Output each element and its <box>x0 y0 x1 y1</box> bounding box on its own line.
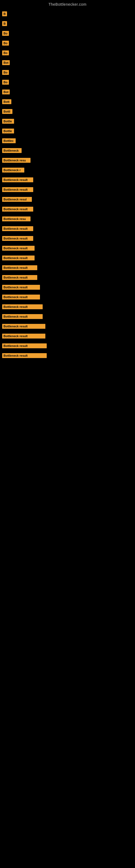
bottleneck-label: Bottleneck result <box>2 246 35 251</box>
site-title: TheBottlenecker.com <box>0 0 135 8</box>
list-item: Bottleneck result <box>2 313 133 320</box>
bottleneck-label: B <box>2 21 7 26</box>
bottleneck-label: Bottle <box>2 119 14 124</box>
bottleneck-label: Bottleneck result <box>2 285 40 290</box>
list-item: Bottleneck result <box>2 284 133 291</box>
list-item: Bottleneck <box>2 147 133 154</box>
list-item: Bottleneck result <box>2 342 133 349</box>
bottleneck-label: Bot <box>2 90 10 94</box>
bottleneck-label: Bottleneck result <box>2 314 43 319</box>
bottleneck-label: B <box>2 11 7 16</box>
list-item: Bottleneck result <box>2 245 133 252</box>
list-item: Bottleneck resu <box>2 215 133 222</box>
bottleneck-label: Bo <box>2 41 9 45</box>
list-item: Bottle <box>2 127 133 134</box>
bottleneck-label: Bottleneck result <box>2 236 33 241</box>
list-item: Bottleneck result <box>2 274 133 281</box>
bottleneck-label: Bot <box>2 60 10 65</box>
list-item: Bottleneck result <box>2 186 133 193</box>
bottleneck-label: Bottleneck resul <box>2 197 32 202</box>
list-item: Bottleneck result <box>2 176 133 183</box>
list-item: Bottleneck result <box>2 264 133 271</box>
bottleneck-label: Bottleneck result <box>2 294 40 300</box>
bottleneck-label: Bottl <box>2 109 12 114</box>
bottleneck-label: Bo <box>2 31 9 36</box>
bottleneck-label: Bottleneck resu <box>2 158 31 163</box>
list-item: Bottleneck result <box>2 225 133 232</box>
bottleneck-label: Bottleneck result <box>2 304 43 309</box>
bottleneck-label: Bottleneck result <box>2 255 35 260</box>
list-item: Bottleneck resul <box>2 196 133 203</box>
list-item: Bottleneck result <box>2 235 133 242</box>
bottleneck-label: Bottleneck result <box>2 226 33 231</box>
bottleneck-label: Bottleneck result <box>2 275 37 280</box>
bottleneck-label: Bottleneck result <box>2 265 37 270</box>
bottleneck-label: Bottlec <box>2 138 16 143</box>
bottleneck-label: Bottleneck result <box>2 324 45 329</box>
list-item: Bot <box>2 59 133 66</box>
bottleneck-label: Bottleneck result <box>2 177 33 182</box>
bottleneck-label: Bottle <box>2 129 14 133</box>
list-item: Bottleneck result <box>2 303 133 310</box>
list-item: Bo <box>2 79 133 86</box>
bottleneck-label: Bottleneck result <box>2 187 33 192</box>
list-item: Bottleneck result <box>2 206 133 213</box>
list-item: B <box>2 20 133 27</box>
list-item: Bottleneck result <box>2 333 133 340</box>
list-item: Bottlec <box>2 137 133 144</box>
items-container: BBBoBoBoBotBoBoBotBottBottlBottleBottleB… <box>0 8 135 365</box>
bottleneck-label: Bo <box>2 51 9 55</box>
list-item: Bo <box>2 69 133 76</box>
list-item: Bottleneck result <box>2 352 133 359</box>
bottleneck-label: Bottleneck result <box>2 207 33 212</box>
bottleneck-label: Bo <box>2 70 9 75</box>
list-item: Bo <box>2 30 133 37</box>
list-item: Bo <box>2 50 133 56</box>
list-item: Bottleneck r <box>2 166 133 174</box>
bottleneck-label: Bottleneck result <box>2 353 47 358</box>
bottleneck-label: Bottleneck <box>2 148 21 153</box>
list-item: Bottleneck result <box>2 254 133 261</box>
list-item: Bo <box>2 40 133 46</box>
bottleneck-label: Bottleneck result <box>2 334 45 339</box>
list-item: Bott <box>2 98 133 105</box>
list-item: Bottleneck result <box>2 293 133 301</box>
list-item: Bottle <box>2 118 133 125</box>
bottleneck-label: Bottleneck resu <box>2 216 31 221</box>
bottleneck-label: Bott <box>2 99 11 104</box>
list-item: B <box>2 10 133 18</box>
bottleneck-label: Bottleneck result <box>2 343 47 348</box>
bottleneck-label: Bottleneck r <box>2 167 24 173</box>
list-item: Bottleneck result <box>2 323 133 330</box>
bottleneck-label: Bo <box>2 80 9 85</box>
list-item: Bottl <box>2 108 133 115</box>
list-item: Bot <box>2 88 133 95</box>
list-item: Bottleneck resu <box>2 157 133 164</box>
